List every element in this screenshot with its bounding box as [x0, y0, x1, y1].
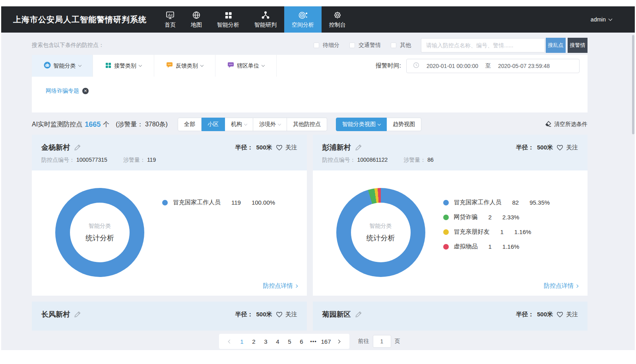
chevron-down-icon — [244, 122, 247, 125]
tab-trend-view[interactable]: 趋势视图 — [387, 118, 421, 131]
chevron-down-icon — [609, 17, 613, 21]
page-button-last[interactable]: 167 — [319, 334, 332, 349]
filter-feedback-category[interactable]: 反馈类别 — [154, 55, 215, 77]
filter-intelligent-category[interactable]: 智能分类 — [32, 55, 93, 77]
point-detail-link[interactable]: 防控点详情 — [544, 282, 578, 290]
nav-item-spatial-analysis[interactable]: 空间分析 — [284, 6, 322, 33]
user-menu[interactable]: admin — [591, 16, 612, 23]
scrollbar[interactable] — [632, 35, 634, 134]
nav-item-map[interactable]: 地图 — [183, 6, 209, 33]
chevron-down-icon — [78, 64, 81, 67]
alarm-count: 119 — [147, 157, 156, 164]
checkbox-box[interactable] — [349, 43, 355, 48]
legend-item[interactable]: 冒充国家工作人员 82 95.35% — [443, 195, 550, 210]
edit-icon[interactable] — [74, 144, 81, 151]
tab-label: 趋势视图 — [393, 121, 415, 128]
main-content: 搜索包含以下条件的防控点： 待细分 交通警情 其他 搜乱点 搜警情 — [1, 33, 635, 350]
checkbox-other[interactable]: 其他 — [391, 42, 411, 49]
legend-percent: 1.16% — [514, 228, 531, 235]
user-name: admin — [591, 16, 606, 23]
legend-item[interactable]: 虚拟物品 1 1.16% — [443, 239, 550, 254]
close-icon[interactable]: ✕ — [82, 88, 89, 94]
goto-label: 前往 — [358, 338, 369, 345]
search-conditions-label: 搜索包含以下条件的防控点： — [32, 42, 104, 49]
date-range-picker[interactable]: 2020-01-01 00:00:00 至 2020-05-07 23:59:4… — [406, 59, 580, 73]
radius-value: 500米 — [537, 144, 553, 151]
page-button[interactable]: 3 — [260, 334, 271, 349]
follow-button[interactable]: 关注 — [275, 144, 297, 151]
follow-button[interactable]: 关注 — [556, 311, 578, 318]
point-name: 彭浦新村 — [322, 143, 351, 152]
point-detail-link[interactable]: 防控点详情 — [263, 282, 297, 290]
follow-label: 关注 — [285, 311, 297, 318]
date-range-end[interactable]: 2020-05-07 23:59:48 — [498, 63, 550, 69]
nav-item-analysis[interactable]: 智能分析 — [209, 6, 247, 33]
follow-button[interactable]: 关注 — [275, 311, 297, 318]
checkbox-box[interactable] — [391, 43, 396, 48]
legend-dot — [443, 215, 449, 220]
legend-dot — [162, 200, 168, 205]
chevron-right-icon — [575, 284, 578, 287]
nav-item-label: 地图 — [191, 21, 202, 29]
radar-icon — [298, 10, 308, 20]
edit-icon[interactable] — [74, 311, 81, 318]
radius-label: 半径： — [516, 144, 534, 151]
filter-dropdown-row: 智能分类 接警类别 反馈类别 辖区单位 — [32, 55, 588, 77]
page-button[interactable]: 6 — [295, 334, 307, 349]
share-icon — [261, 10, 270, 20]
prev-page-button[interactable] — [224, 334, 236, 349]
filter-alarm-category[interactable]: 接警类别 — [93, 55, 154, 77]
page-button[interactable]: 2 — [248, 334, 260, 349]
nav-item-home[interactable]: 首页 — [157, 6, 183, 33]
goto-page-input[interactable] — [373, 335, 391, 348]
more-pages-button[interactable]: ••• — [307, 334, 319, 349]
follow-label: 关注 — [566, 311, 578, 318]
legend-item[interactable]: 网贷诈骗 2 2.33% — [443, 210, 550, 225]
search-input[interactable] — [421, 38, 545, 52]
nav-item-console[interactable]: 控制台 — [322, 6, 353, 33]
edit-icon[interactable] — [355, 311, 362, 318]
radius-value: 500米 — [256, 144, 272, 151]
heart-icon — [556, 311, 564, 318]
point-detail-label: 防控点详情 — [263, 282, 293, 290]
clear-conditions-button[interactable]: 清空所选条件 — [545, 121, 588, 128]
chevron-right-icon — [294, 284, 297, 287]
date-range-start[interactable]: 2020-01-01 00:00:00 — [427, 63, 478, 69]
tab-category-view[interactable]: 智能分类视图 — [336, 118, 387, 131]
tab-overseas[interactable]: 涉境外 — [253, 118, 287, 131]
selected-tags-row: 网络诈骗专题 ✕ — [32, 77, 588, 95]
tab-community[interactable]: 小区 — [202, 118, 225, 131]
checkbox-pending[interactable]: 待细分 — [314, 42, 339, 49]
page-button[interactable]: 1 — [236, 334, 248, 349]
checkbox-box[interactable] — [314, 43, 319, 48]
tab-other-points[interactable]: 其他防控点 — [287, 118, 327, 131]
search-alerts-button[interactable]: 搜警情 — [568, 38, 588, 53]
tab-institution[interactable]: 机构 — [225, 118, 253, 131]
nav-item-judgment[interactable]: 智能研判 — [247, 6, 284, 33]
checkbox-label: 交通警情 — [359, 42, 381, 49]
view-tabs: 智能分类视图 趋势视图 — [336, 118, 421, 131]
tab-label: 智能分类视图 — [342, 121, 376, 128]
chart-legend: 冒充国家工作人员 82 95.35% 网贷诈骗 2 2.33% 冒充亲朋好友 1 — [443, 195, 550, 254]
cards-row: 金杨新村 半径： 500米 关注 防控点编号： 10 — [32, 135, 588, 296]
legend-item[interactable]: 冒充亲朋好友 1 1.16% — [443, 225, 550, 239]
filter-district-unit[interactable]: 辖区单位 — [215, 55, 277, 77]
tab-all[interactable]: 全部 — [178, 118, 202, 131]
tab-label: 涉境外 — [259, 121, 276, 128]
chevron-left-icon — [228, 339, 232, 343]
point-type-tabs: 全部 小区 机构 涉境外 其他防控点 — [178, 118, 327, 131]
checkbox-label: 待细分 — [323, 42, 339, 49]
follow-button[interactable]: 关注 — [556, 144, 578, 151]
checkbox-traffic[interactable]: 交通警情 — [349, 42, 381, 49]
heart-icon — [275, 144, 283, 151]
point-card: 长风新村 半径： 500米 关注 — [32, 302, 307, 331]
page-button[interactable]: 4 — [271, 334, 283, 349]
search-points-button[interactable]: 搜乱点 — [546, 38, 566, 53]
legend-count: 82 — [512, 199, 519, 206]
legend-item[interactable]: 冒充国家工作人员 119 100.00% — [162, 195, 275, 210]
next-page-button[interactable] — [333, 334, 345, 349]
edit-icon[interactable] — [355, 144, 362, 151]
nav-menu: 首页 地图 智能分析 智能研判 空间分析 — [157, 6, 353, 33]
legend-count: 119 — [231, 199, 241, 206]
page-button[interactable]: 5 — [283, 334, 295, 349]
